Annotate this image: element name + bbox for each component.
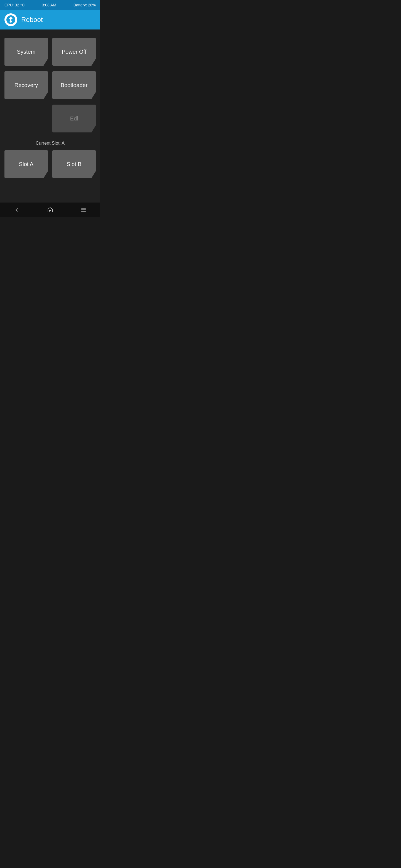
reboot-logo-icon [6, 15, 16, 25]
app-icon [4, 13, 17, 26]
svg-rect-4 [81, 210, 86, 210]
slot-section: Current Slot: A Slot A Slot B [4, 141, 96, 178]
cpu-status: CPU: 32 °C [4, 3, 25, 7]
header: Reboot [0, 10, 100, 30]
menu-button[interactable] [74, 205, 93, 215]
svg-rect-3 [81, 208, 86, 209]
home-button[interactable] [40, 205, 60, 215]
back-button[interactable] [7, 205, 26, 215]
home-icon [47, 207, 53, 213]
menu-icon [81, 207, 87, 213]
back-icon [13, 207, 20, 213]
current-slot-label: Current Slot: A [4, 141, 96, 146]
svg-rect-5 [81, 211, 86, 212]
slot-b-button[interactable]: Slot B [52, 150, 96, 178]
slot-grid: Slot A Slot B [4, 150, 96, 178]
nav-bar [0, 203, 100, 217]
edl-placeholder [4, 104, 48, 132]
time-status: 3:08 AM [42, 3, 56, 7]
power-off-button[interactable]: Power Off [52, 38, 96, 66]
battery-status: Battery: 28% [74, 3, 96, 7]
page-title: Reboot [21, 16, 42, 24]
edl-row: Edl [4, 104, 96, 132]
edl-button[interactable]: Edl [52, 104, 96, 132]
primary-button-grid: System Power Off Recovery Bootloader [4, 38, 96, 99]
system-button[interactable]: System [4, 38, 48, 66]
bootloader-button[interactable]: Bootloader [52, 71, 96, 99]
slot-a-button[interactable]: Slot A [4, 150, 48, 178]
main-content: System Power Off Recovery Bootloader Edl… [0, 30, 100, 203]
recovery-button[interactable]: Recovery [4, 71, 48, 99]
status-bar: CPU: 32 °C 3:08 AM Battery: 28% [0, 0, 100, 10]
